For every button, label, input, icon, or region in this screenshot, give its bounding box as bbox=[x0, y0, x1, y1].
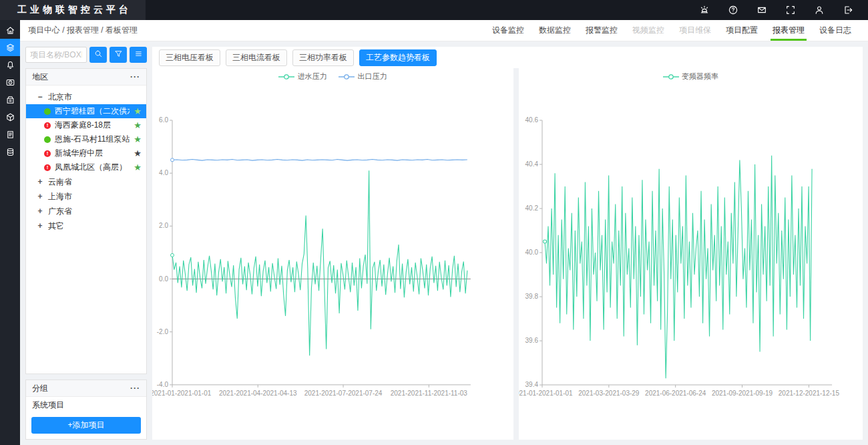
top-nav-item-2[interactable]: 报警监控 bbox=[578, 20, 625, 41]
sidebar-item-home[interactable] bbox=[0, 21, 20, 39]
log-icon bbox=[5, 130, 15, 140]
svg-text:40.4: 40.4 bbox=[525, 160, 538, 168]
top-nav: 设备监控数据监控报警监控视频监控项目维保项目配置报表管理设备日志 bbox=[485, 20, 868, 41]
tree-node-0[interactable]: +云南省 bbox=[26, 174, 146, 189]
board-tab-3[interactable]: 工艺参数趋势看板 bbox=[359, 49, 437, 66]
status-alert-icon: ! bbox=[44, 122, 51, 129]
top-nav-item-3[interactable]: 视频监控 bbox=[625, 20, 672, 41]
svg-text:40.0: 40.0 bbox=[525, 249, 538, 256]
help-icon[interactable] bbox=[728, 5, 738, 15]
expand-icon[interactable]: + bbox=[37, 221, 43, 231]
tree-leaf-project-3[interactable]: !新城华府中层★ bbox=[26, 146, 146, 160]
favorite-star-icon[interactable]: ★ bbox=[134, 106, 142, 116]
board-area: 三相电压看板三相电流看板三相功率看板工艺参数趋势看板 进水压力出口压力 6.04… bbox=[152, 47, 863, 440]
tree-node-label: 其它 bbox=[48, 220, 64, 232]
menu-icon bbox=[134, 49, 143, 60]
logout-icon[interactable] bbox=[843, 5, 853, 15]
search-button[interactable] bbox=[89, 47, 107, 63]
side-icon-bar bbox=[0, 20, 20, 445]
favorite-star-icon[interactable]: ★ bbox=[134, 162, 142, 172]
group-panel-title: 分组 bbox=[32, 383, 48, 394]
project-panel: 地区 ··· −北京市西宁碧桂园（二次供水3泵）★!海西豪庭8-18层★恩施-石… bbox=[25, 47, 147, 440]
tree-node-1[interactable]: +上海市 bbox=[26, 189, 146, 204]
svg-text:2021-01-2021-01-01: 2021-01-2021-01-01 bbox=[519, 390, 573, 397]
alarm-icon[interactable] bbox=[699, 5, 710, 15]
list-view-button[interactable] bbox=[130, 47, 147, 63]
sidebar-item-cube[interactable] bbox=[0, 108, 20, 126]
sidebar-item-database[interactable] bbox=[0, 143, 20, 160]
expand-icon[interactable]: + bbox=[37, 192, 43, 201]
svg-text:2021-2021-04-2021-04-13: 2021-2021-04-2021-04-13 bbox=[219, 390, 297, 397]
region-panel-title: 地区 bbox=[32, 71, 48, 83]
legend-item[interactable]: 出口压力 bbox=[339, 71, 387, 82]
sidebar-item-camera[interactable] bbox=[0, 73, 20, 91]
expand-icon[interactable]: + bbox=[37, 206, 43, 216]
tree-node-2[interactable]: +广东省 bbox=[26, 204, 146, 218]
svg-text:39.8: 39.8 bbox=[525, 293, 538, 300]
svg-text:2021-12-2021-12-15: 2021-12-2021-12-15 bbox=[779, 390, 840, 397]
top-nav-item-6[interactable]: 报表管理 bbox=[765, 20, 812, 41]
project-label: 凤凰城北区（高层） bbox=[55, 162, 130, 173]
region-tree: −北京市西宁碧桂园（二次供水3泵）★!海西豪庭8-18层★恩施-石马村11组泵站… bbox=[26, 86, 146, 374]
status-alert-icon: ! bbox=[44, 150, 51, 157]
status-alert-icon: ! bbox=[44, 164, 51, 171]
expand-icon[interactable]: + bbox=[37, 177, 43, 186]
top-nav-item-5[interactable]: 项目配置 bbox=[718, 20, 765, 41]
tree-leaf-project-2[interactable]: 恩施-石马村11组泵站（二次供★ bbox=[26, 132, 146, 146]
app-title: 工业物联智控云平台 bbox=[0, 0, 146, 20]
user-icon[interactable] bbox=[814, 5, 825, 15]
legend-item[interactable]: 进水压力 bbox=[278, 71, 327, 82]
board-tab-0[interactable]: 三相电压看板 bbox=[159, 49, 220, 66]
chart-panel-frequency: 变频器频率 40.640.440.240.039.839.639.42021-0… bbox=[519, 68, 863, 440]
project-label: 新城华府中层 bbox=[55, 148, 130, 159]
legend-marker-icon bbox=[339, 73, 355, 80]
sidebar-item-stack[interactable] bbox=[0, 91, 20, 108]
sidebar-item-bell[interactable] bbox=[0, 56, 20, 73]
filter-button[interactable] bbox=[110, 47, 127, 63]
fullscreen-icon[interactable] bbox=[785, 5, 796, 15]
board-tab-2[interactable]: 三相功率看板 bbox=[292, 49, 354, 66]
svg-text:39.4: 39.4 bbox=[525, 381, 538, 388]
favorite-star-icon[interactable]: ★ bbox=[134, 148, 142, 158]
tree-node-region[interactable]: −北京市 bbox=[26, 90, 146, 104]
board-tab-1[interactable]: 三相电流看板 bbox=[226, 49, 287, 66]
svg-text:2021-2021-07-2021-07-24: 2021-2021-07-2021-07-24 bbox=[304, 390, 383, 397]
project-label: 西宁碧桂园（二次供水3泵） bbox=[55, 106, 130, 117]
favorite-star-icon[interactable]: ★ bbox=[134, 120, 142, 130]
tree-node-label: 北京市 bbox=[48, 92, 72, 103]
status-ok-icon bbox=[44, 108, 51, 115]
legend-label: 变频器频率 bbox=[682, 71, 718, 82]
tree-leaf-project-4[interactable]: !凤凰城北区（高层）★ bbox=[26, 160, 146, 174]
group-panel: 分组 ··· 系统项目 +添加项目 bbox=[25, 380, 147, 440]
sub-header: 项目中心 / 报表管理 / 看板管理 设备监控数据监控报警监控视频监控项目维保项… bbox=[20, 20, 868, 41]
svg-text:0.0: 0.0 bbox=[159, 275, 168, 283]
tree-leaf-project-1[interactable]: !海西豪庭8-18层★ bbox=[26, 118, 146, 132]
top-nav-item-7[interactable]: 设备日志 bbox=[812, 20, 859, 41]
stack-icon bbox=[5, 95, 15, 105]
camera-icon bbox=[5, 78, 15, 88]
collapse-icon[interactable]: − bbox=[37, 92, 43, 102]
tree-leaf-project-0[interactable]: 西宁碧桂园（二次供水3泵）★ bbox=[26, 104, 146, 118]
add-project-button[interactable]: +添加项目 bbox=[31, 417, 141, 434]
region-more-button[interactable]: ··· bbox=[130, 72, 140, 82]
legend-label: 出口压力 bbox=[357, 71, 387, 82]
mail-icon[interactable] bbox=[756, 5, 767, 15]
legend-label: 进水压力 bbox=[297, 71, 327, 82]
top-nav-item-1[interactable]: 数据监控 bbox=[531, 20, 578, 41]
tree-node-label: 云南省 bbox=[48, 176, 72, 188]
group-item-system[interactable]: 系统项目 bbox=[26, 397, 146, 414]
top-nav-item-4[interactable]: 项目维保 bbox=[672, 20, 718, 41]
home-icon bbox=[5, 25, 15, 35]
search-input[interactable] bbox=[25, 47, 87, 63]
sidebar-item-log[interactable] bbox=[0, 126, 20, 143]
group-more-button[interactable]: ··· bbox=[130, 384, 140, 393]
sidebar-item-layers[interactable] bbox=[0, 39, 20, 56]
svg-text:2021-2021-01-2021-01-01: 2021-2021-01-2021-01-01 bbox=[152, 390, 212, 397]
legend-marker-icon bbox=[663, 73, 679, 80]
legend-item[interactable]: 变频器频率 bbox=[663, 71, 718, 82]
top-nav-item-0[interactable]: 设备监控 bbox=[485, 20, 531, 41]
layers-icon bbox=[5, 43, 15, 53]
tree-node-label: 上海市 bbox=[48, 191, 72, 202]
tree-node-3[interactable]: +其它 bbox=[26, 218, 146, 233]
favorite-star-icon[interactable]: ★ bbox=[134, 134, 142, 144]
